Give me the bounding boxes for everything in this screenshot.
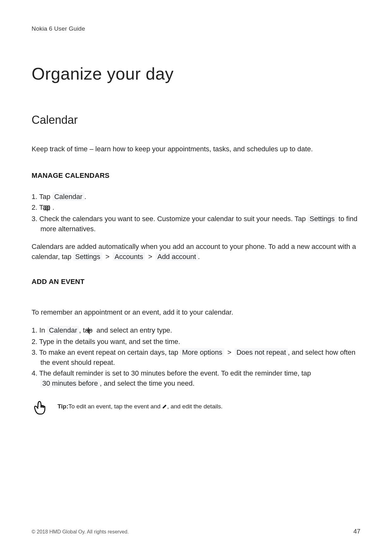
step-3: Check the calendars you want to see. Cus… bbox=[32, 214, 360, 234]
tip-pointer-icon bbox=[32, 398, 50, 416]
breadcrumb-separator: > bbox=[102, 253, 113, 261]
ui-label-calendar: Calendar bbox=[52, 192, 84, 201]
tip-label: Tip: bbox=[57, 403, 68, 410]
page-title: Organize your day bbox=[32, 64, 360, 83]
step-text: The default reminder is set to 30 minute… bbox=[39, 369, 311, 377]
svg-rect-1 bbox=[44, 208, 50, 208]
step-2: Tap . bbox=[32, 202, 360, 213]
copyright-text: © 2018 HMD Global Oy. All rights reserve… bbox=[32, 529, 129, 535]
tip-block: Tip:To edit an event, tap the event and … bbox=[32, 398, 360, 416]
ui-label-30-minutes-before: 30 minutes before bbox=[40, 379, 100, 388]
step-2: Type in the details you want, and set th… bbox=[32, 337, 360, 347]
step-text: To make an event repeat on certain days,… bbox=[39, 348, 180, 356]
step-1: In Calendar, tap and select an entry typ… bbox=[32, 325, 360, 336]
ui-label-more-options: More options bbox=[180, 348, 224, 357]
ui-label-calendar: Calendar bbox=[47, 326, 79, 334]
step-text: In bbox=[39, 326, 47, 334]
ui-label-settings: Settings bbox=[73, 252, 102, 261]
page-number: 47 bbox=[353, 528, 360, 535]
svg-rect-0 bbox=[44, 206, 50, 206]
add-event-steps: In Calendar, tap and select an entry typ… bbox=[32, 325, 360, 388]
step-text: . bbox=[52, 203, 54, 211]
ui-label-add-account: Add account bbox=[155, 252, 198, 261]
step-text: . bbox=[84, 193, 86, 201]
step-text: Type in the details you want, and set th… bbox=[39, 338, 180, 346]
manage-calendars-paragraph: Calendars are added automatically when y… bbox=[32, 242, 357, 262]
subsection-add-event: ADD AN EVENT bbox=[32, 278, 360, 286]
manage-calendars-steps: Tap Calendar. Tap . Check the calendars … bbox=[32, 192, 360, 234]
subsection-manage-calendars: MANAGE CALENDARS bbox=[32, 172, 360, 180]
ui-label-does-not-repeat: Does not repeat bbox=[235, 348, 288, 357]
step-1: Tap Calendar. bbox=[32, 192, 360, 202]
step-3: To make an event repeat on certain days,… bbox=[32, 347, 360, 368]
step-text: and select an entry type. bbox=[94, 326, 172, 334]
section-intro: Keep track of time – learn how to keep y… bbox=[32, 144, 347, 154]
step-4: The default reminder is set to 30 minute… bbox=[32, 368, 360, 388]
ui-label-accounts: Accounts bbox=[113, 252, 145, 261]
svg-rect-4 bbox=[86, 330, 91, 331]
add-event-intro: To remember an appointment or an event, … bbox=[32, 307, 357, 317]
page-footer: © 2018 HMD Global Oy. All rights reserve… bbox=[32, 528, 360, 535]
ui-label-settings: Settings bbox=[308, 214, 337, 223]
step-text: Check the calendars you want to see. Cus… bbox=[39, 215, 308, 223]
breadcrumb-separator: > bbox=[224, 348, 235, 356]
document-page: Nokia 6 User Guide Organize your day Cal… bbox=[0, 0, 392, 554]
step-text: Tap bbox=[39, 193, 52, 201]
tip-text-part: To edit an event, tap the event and bbox=[68, 403, 162, 410]
step-text: , and select the time you need. bbox=[100, 379, 195, 387]
tip-text-part: , and edit the details. bbox=[167, 403, 222, 410]
pencil-icon bbox=[162, 403, 167, 412]
tip-text: Tip:To edit an event, tap the event and … bbox=[57, 402, 223, 412]
running-header: Nokia 6 User Guide bbox=[32, 25, 360, 32]
breadcrumb-separator: > bbox=[145, 253, 155, 261]
svg-rect-2 bbox=[44, 209, 50, 210]
para-text: . bbox=[198, 253, 200, 261]
section-title-calendar: Calendar bbox=[32, 113, 360, 127]
